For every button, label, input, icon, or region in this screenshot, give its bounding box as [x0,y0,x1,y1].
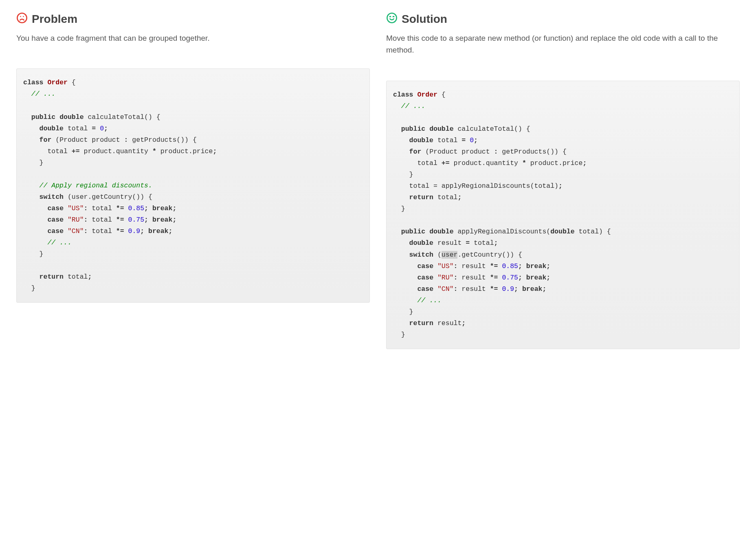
problem-heading-text: Problem [32,13,77,26]
svg-point-0 [17,13,26,22]
problem-column: Problem You have a code fragment that ca… [16,12,370,349]
problem-code: class Order { // ... public double calcu… [23,77,363,294]
solution-code: class Order { // ... public double calcu… [393,89,733,341]
problem-description: You have a code fragment that can be gro… [16,32,370,44]
svg-point-3 [387,13,396,22]
problem-code-block: class Order { // ... public double calcu… [16,68,370,303]
problem-heading: Problem [16,12,370,26]
solution-heading-text: Solution [402,13,447,26]
solution-column: Solution Move this code to a separate ne… [386,12,740,349]
solution-description: Move this code to a separate new method … [386,32,740,56]
frown-icon [16,12,28,26]
solution-code-block: class Order { // ... public double calcu… [386,81,740,349]
solution-heading: Solution [386,12,740,26]
smile-icon [386,12,398,26]
